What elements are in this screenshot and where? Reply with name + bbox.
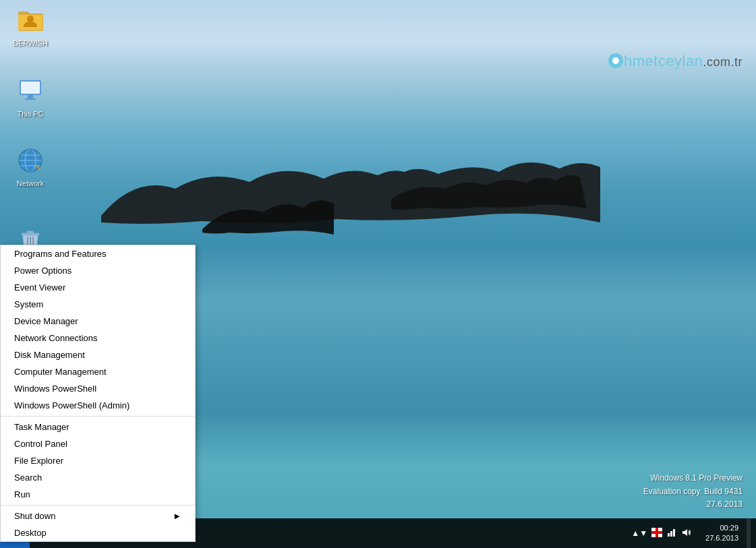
watermark: hmetceylan.com.tr [608, 53, 743, 70]
menu-item-desktop[interactable]: Desktop [1, 524, 195, 541]
svg-rect-28 [673, 529, 675, 537]
win-version-line1: Windows 8.1 Pro Preview [643, 472, 743, 485]
win-version: Windows 8.1 Pro Preview Evaluation copy.… [643, 472, 743, 511]
svg-rect-27 [670, 531, 672, 537]
menu-item-task-manager[interactable]: Task Manager [1, 419, 195, 435]
derwish-label: DERWISH [13, 39, 48, 47]
menu-item-device-manager[interactable]: Device Manager [1, 313, 195, 330]
network-icon [17, 147, 44, 174]
watermark-dot-icon [608, 53, 623, 68]
svg-rect-2 [21, 82, 40, 94]
tray-volume-icon[interactable] [681, 528, 692, 539]
desktop-icon-network[interactable]: Network [7, 147, 54, 189]
svg-rect-12 [27, 231, 34, 234]
svg-rect-26 [668, 533, 670, 537]
computer-icon [17, 78, 44, 104]
menu-item-programs-features[interactable]: Programs and Features [1, 245, 195, 262]
win-version-line3: 27.6.2013 [643, 498, 743, 511]
network-label: Network [17, 179, 44, 187]
volume-tray-icon [681, 528, 692, 537]
menu-item-computer-management[interactable]: Computer Management [1, 363, 195, 380]
menu-item-disk-management[interactable]: Disk Management [1, 346, 195, 363]
show-desktop-button[interactable] [747, 518, 751, 548]
svg-rect-4 [25, 98, 36, 100]
win-version-line2: Evaluation copy. Build 9431 [643, 485, 743, 498]
menu-item-search[interactable]: Search [1, 469, 195, 486]
clock-date: 27.6.2013 [705, 533, 738, 543]
svg-rect-3 [28, 95, 33, 98]
clock-display[interactable]: 00:29 27.6.2013 [700, 523, 744, 544]
desktop-icon-derwish[interactable]: DERWISH [7, 7, 54, 49]
context-menu: Programs and Features Power Options Even… [0, 245, 196, 542]
menu-item-system[interactable]: System [1, 296, 195, 313]
network-tray-icon [666, 528, 677, 537]
tray-flag-icon[interactable] [651, 528, 662, 539]
desktop-icon-this-pc[interactable]: This PC [7, 78, 54, 119]
user-folder-icon [17, 7, 44, 34]
watermark-domain: .com.tr [703, 55, 743, 69]
desktop: hmetceylan.com.tr Windows 8.1 Pro Previe… [0, 0, 756, 548]
menu-item-windows-powershell[interactable]: Windows PowerShell [1, 380, 195, 397]
watermark-brand: hmetceylan [624, 53, 703, 69]
menu-item-shut-down[interactable]: Shut down ► [1, 508, 195, 524]
tray-icons: ▲▼ [631, 528, 692, 539]
menu-item-file-explorer[interactable]: File Explorer [1, 452, 195, 469]
clock-time: 00:29 [705, 523, 738, 533]
menu-divider-2 [1, 505, 195, 506]
menu-item-run[interactable]: Run [1, 486, 195, 503]
shut-down-label: Shut down [14, 511, 55, 521]
svg-rect-25 [651, 531, 662, 534]
tray-arrow-icon[interactable]: ▲▼ [631, 528, 647, 538]
menu-item-network-connections[interactable]: Network Connections [1, 330, 195, 346]
this-pc-label: This PC [17, 110, 43, 118]
menu-item-control-panel[interactable]: Control Panel [1, 435, 195, 452]
menu-item-windows-powershell-admin[interactable]: Windows PowerShell (Admin) [1, 397, 195, 414]
flag-icon [651, 528, 662, 537]
svg-point-0 [27, 16, 34, 22]
menu-divider-1 [1, 416, 195, 417]
menu-item-power-options[interactable]: Power Options [1, 262, 195, 279]
tray-network-icon[interactable] [666, 528, 677, 539]
menu-item-event-viewer[interactable]: Event Viewer [1, 279, 195, 296]
submenu-arrow-icon: ► [173, 511, 181, 521]
system-tray: ▲▼ [631, 518, 756, 548]
